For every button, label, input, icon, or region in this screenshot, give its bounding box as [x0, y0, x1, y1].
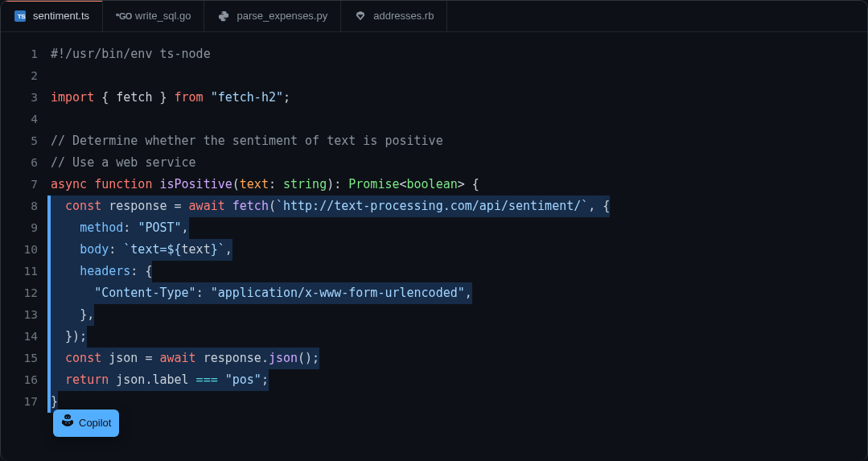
- editor-window: TS sentiment.ts ᵒGO write_sql.go parse_e…: [0, 0, 868, 461]
- code-line: headers: {: [51, 261, 610, 282]
- tab-label: parse_expenses.py: [237, 8, 327, 24]
- code-line: });: [51, 326, 610, 348]
- code-line: async function isPositive(text: string):…: [51, 174, 610, 196]
- copilot-badge-label: Copilot: [79, 415, 111, 431]
- tab-label: addresses.rb: [373, 8, 434, 24]
- code-line: "Content-Type": "application/x-www-form-…: [51, 282, 610, 304]
- code-line: return json.label === "pos";: [51, 369, 610, 391]
- code-line: // Determine whether the sentiment of te…: [51, 130, 610, 152]
- typescript-icon: TS: [14, 10, 27, 23]
- go-icon: ᵒGO: [116, 10, 129, 23]
- tab-sentiment-ts[interactable]: TS sentiment.ts: [1, 1, 103, 31]
- code-area: 1234567891011121314151617 #!/usr/bin/env…: [1, 32, 867, 461]
- code-line: [51, 109, 610, 130]
- tab-write-sql-go[interactable]: ᵒGO write_sql.go: [103, 1, 204, 31]
- tab-bar: TS sentiment.ts ᵒGO write_sql.go parse_e…: [1, 1, 867, 32]
- code-line: import { fetch } from "fetch-h2";: [51, 87, 610, 109]
- tab-label: sentiment.ts: [33, 8, 89, 24]
- copilot-icon: [61, 414, 74, 432]
- code-line: body: `text=${text}`,: [51, 239, 610, 261]
- code-line: [51, 65, 610, 87]
- ruby-icon: [354, 10, 367, 23]
- code-line: #!/usr/bin/env ts-node: [51, 43, 610, 65]
- code-line: const response = await fetch(`http://tex…: [51, 196, 610, 217]
- tab-parse-expenses-py[interactable]: parse_expenses.py: [204, 1, 341, 31]
- code-line: method: "POST",: [51, 217, 610, 239]
- code-line: // Use a web service: [51, 152, 610, 174]
- tab-addresses-rb[interactable]: addresses.rb: [341, 1, 447, 31]
- code-line: }: [51, 391, 610, 413]
- tab-label: write_sql.go: [135, 8, 191, 24]
- line-number-gutter: 1234567891011121314151617: [1, 32, 47, 461]
- python-icon: [217, 10, 230, 23]
- code-content[interactable]: #!/usr/bin/env ts-node import { fetch } …: [47, 32, 610, 461]
- code-line: const json = await response.json();: [51, 348, 610, 369]
- copilot-badge[interactable]: Copilot: [53, 410, 119, 437]
- code-line: },: [51, 304, 610, 326]
